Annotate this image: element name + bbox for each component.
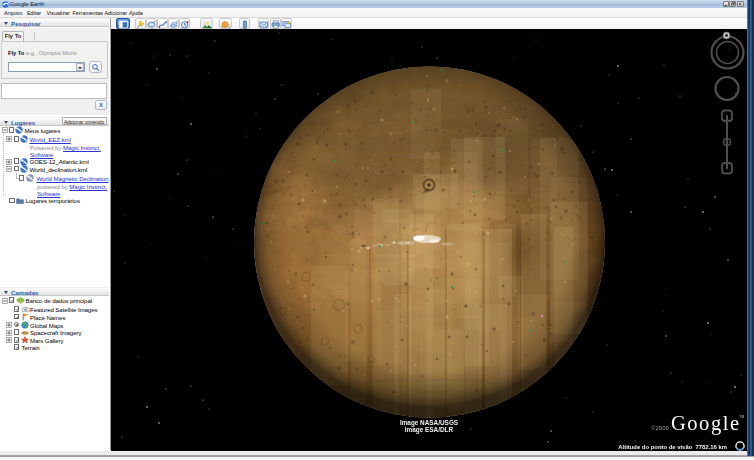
svg-text:Altitude do ponto de visão 77: Altitude do ponto de visão 7782.16 km — [618, 443, 727, 449]
svg-text:TM: TM — [739, 414, 744, 418]
svg-text:Image ESA/DLR: Image ESA/DLR — [404, 425, 453, 433]
svg-text:©2009: ©2009 — [651, 425, 669, 431]
